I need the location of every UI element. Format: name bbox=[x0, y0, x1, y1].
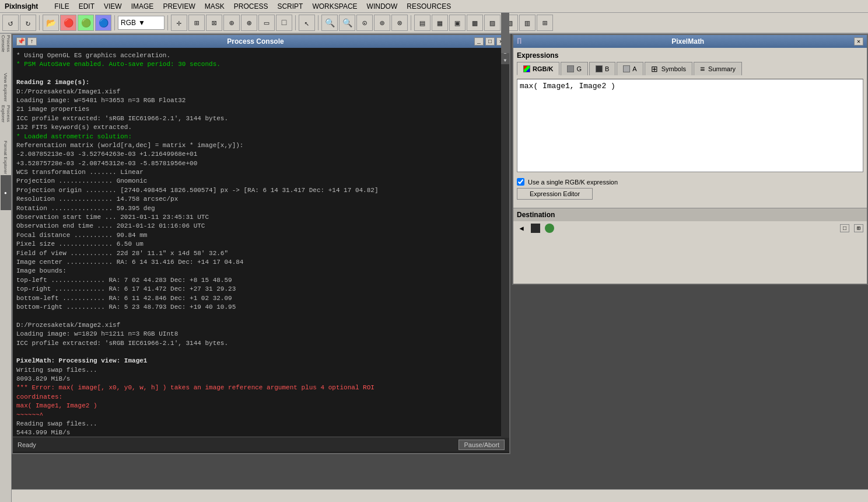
view1-button[interactable]: ▤ bbox=[414, 15, 430, 31]
menu-image[interactable]: IMAGE bbox=[127, 1, 159, 12]
tab-rgbk-label: RGB/K bbox=[533, 65, 553, 72]
console-statusbar: Ready Pause/Abort bbox=[13, 437, 509, 452]
console-minimize-button[interactable]: _ bbox=[474, 37, 484, 46]
dest-circle-icon[interactable] bbox=[545, 224, 554, 233]
dest-arrow-icon[interactable]: ◀ bbox=[517, 224, 526, 233]
dest-square-icon[interactable] bbox=[531, 224, 540, 233]
tool2-button[interactable]: ⊞ bbox=[188, 15, 205, 31]
tab-a[interactable]: A bbox=[617, 62, 643, 75]
tool4-button[interactable]: ⊕ bbox=[223, 15, 240, 31]
tab-b-label: B bbox=[605, 65, 609, 72]
dest-expand2-button[interactable]: ⊞ bbox=[854, 224, 863, 232]
dest-expand-button[interactable]: □ bbox=[840, 224, 849, 232]
single-expression-row: Use a single RGB/K expression bbox=[517, 178, 863, 186]
tab-g[interactable]: G bbox=[561, 62, 588, 75]
tool7-button[interactable]: □ bbox=[276, 15, 292, 31]
menu-preview[interactable]: PREVIEW bbox=[158, 1, 200, 12]
tab-a-label: A bbox=[632, 65, 636, 72]
destination-icons: ◀ □ ⊞ bbox=[513, 221, 867, 235]
tool5-button[interactable]: ⊛ bbox=[241, 15, 257, 31]
scroll-down-arrow[interactable]: ▼ bbox=[501, 56, 509, 64]
sidebar-item-view-explorer[interactable]: View Explorer bbox=[1, 70, 11, 105]
crosshair-button[interactable]: ✛ bbox=[171, 15, 187, 31]
menu-view[interactable]: VIEW bbox=[99, 1, 127, 12]
tab-g-label: G bbox=[576, 65, 582, 72]
console-float-button[interactable]: ↑ bbox=[27, 37, 37, 46]
view8-button[interactable]: ⊞ bbox=[537, 15, 553, 31]
view7-button[interactable]: ▥ bbox=[519, 15, 536, 31]
bottom-statusbar bbox=[0, 489, 868, 502]
single-expression-label: Use a single RGB/K expression bbox=[528, 179, 618, 186]
zoom-x-button[interactable]: ⊗ bbox=[391, 15, 408, 31]
menubar: PixInsight FILE EDIT VIEW IMAGE PREVIEW … bbox=[0, 0, 868, 13]
menu-process[interactable]: PROCESS bbox=[229, 1, 273, 12]
save3-button[interactable]: 🔵 bbox=[95, 15, 111, 31]
tab-rgbk[interactable]: RGB/K bbox=[517, 62, 559, 75]
tab-symbols[interactable]: ⊞ Symbols bbox=[645, 62, 692, 75]
console-maximize-button[interactable]: □ bbox=[485, 37, 495, 46]
zoom-1-button[interactable]: ⊚ bbox=[374, 15, 390, 31]
pixelmath-title: PixelMath bbox=[671, 37, 704, 46]
undo-button[interactable]: ↺ bbox=[2, 15, 19, 31]
sidebar-item-script-editor[interactable]: ● bbox=[1, 175, 11, 210]
menu-window[interactable]: WINDOW bbox=[362, 1, 402, 12]
view3-button[interactable]: ▣ bbox=[449, 15, 466, 31]
open-button[interactable]: 📂 bbox=[43, 15, 59, 31]
save-button[interactable]: 🔴 bbox=[60, 15, 76, 31]
single-expression-checkbox[interactable] bbox=[517, 178, 524, 186]
process-console-title: Process Console bbox=[227, 37, 284, 46]
destination-label: Destination bbox=[513, 208, 867, 221]
pixelmath-window: Π PixelMath ✕ Expressions RGB/K G B A bbox=[512, 34, 868, 285]
console-scrollbar[interactable]: ▲ ▼ bbox=[501, 48, 509, 438]
a-color-swatch bbox=[623, 65, 630, 72]
zoom-fit-button[interactable]: ⊙ bbox=[356, 15, 373, 31]
app-title: PixInsight bbox=[5, 2, 38, 11]
pixelmath-body: Expressions RGB/K G B A ⊞ Symbols bbox=[513, 48, 867, 203]
toolbar: ↺ ↻ 📂 🔴 🟢 🔵 RGB ▼ ✛ ⊞ ⊠ ⊕ ⊛ ▭ □ ↖ 🔍 🔍 ⊙ … bbox=[0, 13, 868, 34]
expression-tabs: RGB/K G B A ⊞ Symbols ≡ Summary bbox=[517, 62, 863, 75]
view5-button[interactable]: ▨ bbox=[484, 15, 501, 31]
zoom-in-button[interactable]: 🔍 bbox=[321, 15, 338, 31]
console-output: * Using OpenGL ES graphics acceleration.… bbox=[13, 48, 509, 437]
redo-button[interactable]: ↻ bbox=[20, 15, 36, 31]
g-color-swatch bbox=[567, 65, 574, 72]
tool3-button[interactable]: ⊠ bbox=[206, 15, 222, 31]
expression-editor-button[interactable]: Expression Editor bbox=[517, 188, 593, 200]
sidebar-item-process-console[interactable]: Process Console bbox=[1, 35, 11, 70]
view2-button[interactable]: ▦ bbox=[432, 15, 448, 31]
console-status-text: Ready bbox=[18, 441, 36, 448]
color-mode-dropdown[interactable]: RGB ▼ bbox=[118, 16, 164, 30]
tab-b[interactable]: B bbox=[589, 62, 615, 75]
arrow-button[interactable]: ↖ bbox=[299, 15, 315, 31]
left-sidebar: Process Console View Explorer Process Ex… bbox=[0, 34, 12, 502]
process-console-titlebar: 📌 ↑ Process Console _ □ ✕ bbox=[13, 35, 509, 48]
tool6-button[interactable]: ▭ bbox=[258, 15, 275, 31]
expression-input[interactable] bbox=[517, 79, 863, 172]
menu-workspace[interactable]: WORKSPACE bbox=[307, 1, 362, 12]
expressions-label: Expressions bbox=[517, 51, 863, 60]
tab-symbols-label: Symbols bbox=[662, 65, 686, 72]
rgbk-color-swatch bbox=[523, 65, 530, 72]
console-pin-button[interactable]: 📌 bbox=[16, 37, 26, 46]
save2-button[interactable]: 🟢 bbox=[78, 15, 94, 31]
sidebar-item-process-explorer[interactable]: Process Explorer bbox=[1, 105, 11, 140]
tab-summary-label: Summary bbox=[708, 65, 736, 72]
process-console-window: 📌 ↑ Process Console _ □ ✕ * Using OpenGL… bbox=[12, 34, 510, 454]
menu-script[interactable]: SCRIPT bbox=[272, 1, 307, 12]
menu-file[interactable]: FILE bbox=[50, 1, 74, 12]
zoom-out-button[interactable]: 🔍 bbox=[339, 15, 355, 31]
menu-mask[interactable]: MASK bbox=[200, 1, 229, 12]
tab-summary[interactable]: ≡ Summary bbox=[694, 62, 742, 75]
menu-resources[interactable]: RESOURCES bbox=[402, 1, 456, 12]
pause-abort-button[interactable]: Pause/Abort bbox=[459, 440, 505, 450]
sidebar-item-format-explorer[interactable]: Format Explorer bbox=[1, 140, 11, 175]
pixelmath-titlebar: Π PixelMath ✕ bbox=[513, 35, 867, 48]
view4-button[interactable]: ▩ bbox=[467, 15, 483, 31]
b-color-swatch bbox=[596, 65, 603, 72]
pixelmath-close-button[interactable]: ✕ bbox=[854, 37, 863, 46]
menu-edit[interactable]: EDIT bbox=[74, 1, 99, 12]
